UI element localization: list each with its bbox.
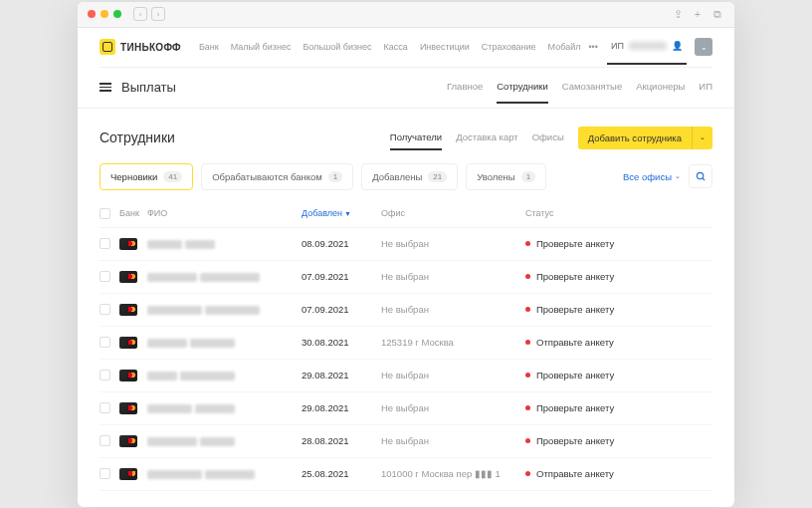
fio-cell [147, 337, 302, 348]
sub-tab[interactable]: Главное [447, 81, 483, 94]
top-nav-link[interactable]: Малый бизнес [231, 42, 292, 52]
date-cell: 25.08.2021 [302, 468, 381, 479]
user-menu[interactable]: ИП x 👤 [607, 29, 687, 65]
section-tab[interactable]: Доставка карт [456, 131, 518, 144]
chevron-down-icon[interactable]: ⌄ [692, 127, 712, 149]
top-nav-link[interactable]: Страхование [482, 42, 536, 52]
user-icon: 👤 [672, 41, 683, 51]
top-nav-link[interactable]: Касса [384, 42, 408, 52]
table-row[interactable]: 29.08.2021Не выбранПроверьте анкету [100, 360, 712, 392]
date-cell: 28.08.2021 [302, 435, 381, 446]
add-button-label: Добавить сотрудника [578, 127, 692, 149]
table-row[interactable]: 29.08.2021Не выбранПроверьте анкету [100, 392, 712, 425]
bank-card-icon [119, 337, 137, 349]
table-row[interactable]: 30.08.2021125319 г МоскваОтправьте анкет… [100, 327, 712, 360]
fio-cell [147, 370, 302, 381]
row-checkbox[interactable] [100, 370, 110, 381]
table-header: Банк ФИО Добавлен▼ Офис Статус [100, 200, 712, 228]
col-office[interactable]: Офис [381, 208, 525, 219]
add-employee-button[interactable]: Добавить сотрудника ⌄ [578, 127, 712, 149]
top-nav-link[interactable]: Большой бизнес [303, 42, 371, 52]
tabs-icon[interactable]: ⧉ [710, 7, 724, 21]
row-checkbox[interactable] [100, 238, 110, 249]
account-dropdown[interactable]: ⌄ [695, 38, 712, 56]
sub-nav: Выплаты ГлавноеСотрудникиСамозанятыеАкци… [100, 68, 712, 108]
filter-chip[interactable]: Добавлены21 [361, 163, 458, 190]
row-checkbox[interactable] [100, 468, 110, 479]
top-nav-link[interactable]: Инвестиции [420, 42, 470, 52]
row-checkbox[interactable] [100, 435, 110, 446]
search-button[interactable] [689, 164, 712, 188]
office-cell: Не выбран [381, 304, 525, 315]
bank-card-icon [119, 271, 137, 283]
top-nav-link[interactable]: Мобайл [548, 42, 581, 52]
col-status[interactable]: Статус [525, 208, 712, 219]
office-cell: Не выбран [381, 402, 525, 413]
sub-tab[interactable]: Сотрудники [497, 81, 547, 104]
menu-icon[interactable] [100, 83, 111, 92]
status-cell: Проверьте анкету [525, 238, 712, 249]
chevron-down-icon: ⌄ [675, 172, 681, 180]
filter-chip[interactable]: Уволены1 [466, 163, 546, 190]
col-bank[interactable]: Банк [119, 208, 147, 219]
close-icon[interactable] [88, 10, 96, 18]
col-fio[interactable]: ФИО [147, 208, 302, 219]
office-filter[interactable]: Все офисы ⌄ [623, 171, 681, 182]
table-row[interactable]: 07.09.2021Не выбранПроверьте анкету [100, 294, 712, 327]
status-cell: Проверьте анкету [525, 304, 712, 315]
bank-card-icon [119, 370, 137, 381]
status-dot-icon [525, 438, 530, 443]
office-cell: Не выбран [381, 370, 525, 381]
fio-cell [147, 271, 302, 282]
share-icon[interactable]: ⇪ [671, 7, 685, 21]
status-cell: Проверьте анкету [525, 435, 712, 446]
browser-window: ‹ › ⇪ + ⧉ ТИНЬКОФФ БанкМалый бизнесБольш… [78, 2, 734, 507]
select-all-checkbox[interactable] [100, 208, 110, 219]
logo-icon [100, 39, 115, 55]
status-cell: Проверьте анкету [525, 370, 712, 381]
user-name-redacted: x [629, 42, 667, 50]
minimize-icon[interactable] [101, 10, 108, 18]
filter-chip[interactable]: Черновики41 [100, 163, 193, 190]
status-cell: Отправьте анкету [525, 468, 712, 479]
fio-cell [147, 435, 302, 446]
office-cell: Не выбран [381, 271, 525, 282]
row-checkbox[interactable] [100, 402, 110, 413]
search-icon [696, 171, 707, 182]
section-tab[interactable]: Получатели [390, 131, 442, 150]
status-dot-icon [525, 405, 530, 410]
row-checkbox[interactable] [100, 304, 110, 315]
back-button[interactable]: ‹ [133, 7, 147, 21]
svg-point-0 [697, 172, 703, 178]
fio-cell [147, 402, 302, 413]
sub-tab[interactable]: Самозанятые [562, 81, 622, 94]
section-tab[interactable]: Офисы [532, 131, 564, 144]
svg-line-1 [702, 177, 704, 179]
table-row[interactable]: 28.08.2021Не выбранПроверьте анкету [100, 425, 712, 458]
bank-card-icon [119, 435, 137, 447]
more-menu[interactable]: ••• [588, 42, 597, 52]
status-dot-icon [525, 274, 530, 279]
forward-button[interactable]: › [151, 7, 165, 21]
top-nav: ТИНЬКОФФ БанкМалый бизнесБольшой бизнесК… [100, 28, 712, 68]
row-checkbox[interactable] [100, 337, 110, 348]
filter-chip[interactable]: Обрабатываются банком1 [201, 163, 353, 190]
sub-tab[interactable]: ИП [699, 81, 712, 94]
office-cell: 101000 г Москва пер ▮▮▮ 1 [381, 468, 525, 479]
top-nav-link[interactable]: Банк [199, 42, 219, 52]
table-row[interactable]: 08.09.2021Не выбранПроверьте анкету [100, 228, 712, 261]
bank-card-icon [119, 304, 137, 316]
table-row[interactable]: 07.09.2021Не выбранПроверьте анкету [100, 261, 712, 294]
date-cell: 07.09.2021 [302, 304, 381, 315]
window-controls[interactable] [88, 10, 121, 18]
row-checkbox[interactable] [100, 271, 110, 282]
status-dot-icon [525, 340, 530, 345]
table-row[interactable]: 25.08.2021101000 г Москва пер ▮▮▮ 1Отпра… [100, 458, 712, 491]
maximize-icon[interactable] [113, 10, 121, 18]
logo[interactable]: ТИНЬКОФФ [100, 39, 181, 55]
date-cell: 29.08.2021 [302, 402, 381, 413]
add-icon[interactable]: + [691, 7, 705, 21]
sub-tab[interactable]: Акционеры [636, 81, 685, 94]
col-date-sort[interactable]: Добавлен▼ [302, 208, 381, 219]
date-cell: 29.08.2021 [302, 370, 381, 381]
